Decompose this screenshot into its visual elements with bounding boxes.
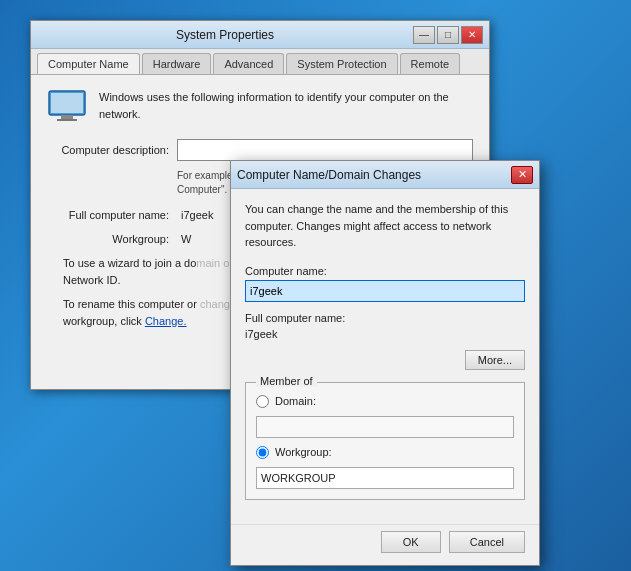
cancel-button[interactable]: Cancel	[449, 531, 525, 553]
computer-icon	[47, 89, 87, 125]
workgroup-input[interactable]	[256, 467, 514, 489]
tab-remote[interactable]: Remote	[400, 53, 461, 74]
system-properties-title-bar: System Properties — □ ✕	[31, 21, 489, 49]
tab-system-protection[interactable]: System Protection	[286, 53, 397, 74]
member-of-legend: Member of	[256, 375, 317, 387]
tabs-bar: Computer Name Hardware Advanced System P…	[31, 49, 489, 75]
more-button[interactable]: More...	[465, 350, 525, 370]
computer-name-input[interactable]	[245, 280, 525, 302]
workgroup-label: Workgroup:	[47, 233, 177, 245]
computer-desc-label: Computer description:	[47, 144, 177, 156]
svg-rect-3	[57, 119, 77, 121]
domain-label: Domain:	[275, 395, 316, 407]
workgroup-radio[interactable]	[256, 446, 269, 459]
close-button[interactable]: ✕	[461, 26, 483, 44]
dialog-description: You can change the name and the membersh…	[245, 201, 525, 251]
title-bar-buttons: — □ ✕	[413, 26, 483, 44]
dialog-title-bar: Computer Name/Domain Changes ✕	[231, 161, 539, 189]
svg-rect-2	[61, 115, 73, 119]
tab-computer-name[interactable]: Computer Name	[37, 53, 140, 74]
full-computer-name-label: Full computer name:	[245, 312, 525, 324]
system-properties-title: System Properties	[37, 28, 413, 42]
dialog-close-button[interactable]: ✕	[511, 166, 533, 184]
maximize-button[interactable]: □	[437, 26, 459, 44]
full-computer-name-value: i7geek	[177, 207, 217, 223]
info-section: Windows uses the following information t…	[47, 89, 473, 125]
svg-rect-1	[51, 93, 83, 113]
dialog-content: You can change the name and the membersh…	[231, 189, 539, 524]
tab-hardware[interactable]: Hardware	[142, 53, 212, 74]
domain-changes-dialog: Computer Name/Domain Changes ✕ You can c…	[230, 160, 540, 566]
more-btn-row: More...	[245, 350, 525, 370]
workgroup-label: Workgroup:	[275, 446, 332, 458]
tab-advanced[interactable]: Advanced	[213, 53, 284, 74]
computer-name-label: Computer name:	[245, 265, 525, 277]
domain-input[interactable]	[256, 416, 514, 438]
dialog-footer: OK Cancel	[231, 524, 539, 565]
computer-desc-row: Computer description:	[47, 139, 473, 161]
full-computer-name-val: i7geek	[245, 328, 525, 340]
member-of-group: Member of Domain: Workgroup:	[245, 382, 525, 500]
workgroup-value: W	[177, 231, 195, 247]
info-text: Windows uses the following information t…	[99, 89, 473, 122]
computer-desc-input[interactable]	[177, 139, 473, 161]
minimize-button[interactable]: —	[413, 26, 435, 44]
ok-button[interactable]: OK	[381, 531, 441, 553]
domain-radio-row: Domain:	[256, 395, 514, 408]
dialog-title-text: Computer Name/Domain Changes	[237, 168, 421, 182]
full-computer-name-label: Full computer name:	[47, 209, 177, 221]
workgroup-radio-row: Workgroup:	[256, 446, 514, 459]
domain-radio[interactable]	[256, 395, 269, 408]
change-link[interactable]: Change.	[145, 315, 187, 327]
